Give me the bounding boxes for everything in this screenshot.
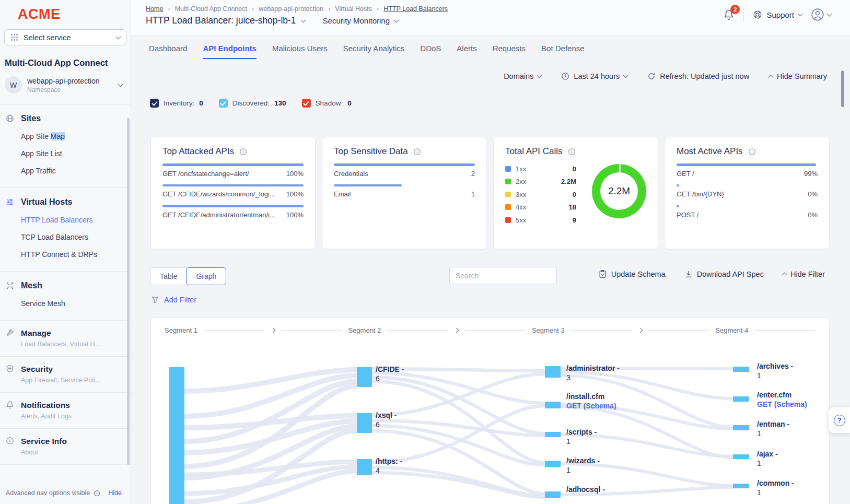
node-label-enter-cfm[interactable]: /enter.cfmGET (Schema)	[757, 391, 807, 409]
sidebar-item-http-load-balancers[interactable]: HTTP Load Balancers	[21, 216, 131, 224]
tab-security-analytics[interactable]: Security Analytics	[343, 44, 405, 59]
node-label-adhocsql[interactable]: /adhocsql -	[566, 485, 605, 495]
legend-row[interactable]: 2xx2.2M	[505, 178, 576, 185]
user-menu[interactable]	[811, 8, 831, 21]
download-api-spec-button[interactable]: Download API Spec	[684, 270, 764, 278]
breadcrumb-http-load-balancers[interactable]: HTTP Load Balancers	[383, 5, 448, 13]
inventory-checkbox[interactable]	[150, 99, 159, 108]
node-label-entman[interactable]: /entman -1	[757, 420, 789, 438]
notifications-button[interactable]: 2	[723, 9, 735, 20]
hide-filter-button[interactable]: Hide Filter	[783, 270, 825, 278]
update-schema-button[interactable]: Update Schema	[598, 269, 666, 278]
breadcrumb-virtual-hosts[interactable]: Virtual Hosts	[335, 5, 372, 13]
status-code-legend: 1xx0 2xx2.2M 3xx0 4xx18 5xx9	[505, 160, 576, 224]
list-item[interactable]: GET /bin/{DYN}0%	[677, 190, 818, 198]
sankey-diagram[interactable]	[151, 318, 830, 504]
sidebar-item-app-site-list[interactable]: App Site List	[21, 149, 131, 158]
breadcrumb-home[interactable]: Home	[146, 5, 163, 13]
filter-shadow[interactable]: Shadow:0	[302, 99, 352, 108]
sidebar-item-http-connect-drps[interactable]: HTTP Connect & DRPs	[21, 250, 131, 259]
node-label-wizards[interactable]: /wizards -1	[566, 456, 600, 475]
node-label-install-cfm[interactable]: /install.cfmGET (Schema)	[566, 392, 616, 411]
support-menu[interactable]: Support	[753, 10, 802, 19]
sidebar-item-security[interactable]: SecurityApp Firewall, Service Poli...	[6, 365, 131, 384]
api-path: GET /CFIDE/administrator/entman/i...	[162, 211, 275, 219]
breadcrumb-namespace[interactable]: webapp-api-protection	[259, 5, 323, 13]
table-view-button[interactable]: Table	[150, 268, 187, 285]
select-service-dropdown[interactable]: Select service	[4, 29, 126, 45]
acme-logo: ACME	[18, 6, 131, 22]
namespace-type-label: Namespace	[27, 86, 100, 93]
node-scripts	[545, 432, 561, 437]
monitoring-mode-dropdown[interactable]: Security Monitoring	[323, 16, 398, 25]
tab-api-endpoints[interactable]: API Endpoints	[203, 44, 257, 59]
legend-row[interactable]: 5xx9	[505, 216, 576, 224]
node-label-xsql[interactable]: /xsql -6	[376, 411, 397, 429]
node-label-cfide[interactable]: /CFIDE -6	[376, 365, 404, 383]
get-schema-link[interactable]: GET (Schema)	[757, 400, 807, 409]
filter-discovered[interactable]: Discovered:130	[219, 99, 286, 108]
tab-alerts[interactable]: Alerts	[457, 44, 476, 59]
node-label-administrator[interactable]: /administrator -3	[566, 364, 620, 382]
tab-malicious-users[interactable]: Malicious Users	[272, 44, 328, 59]
refresh-button[interactable]: Refresh: Updated just now	[647, 72, 749, 80]
add-filter-button[interactable]: Add Filter	[151, 296, 196, 304]
node-label-ajax[interactable]: /ajax -1	[757, 450, 778, 468]
sidebar-item-service-mesh[interactable]: Service Mesh	[21, 299, 131, 308]
info-icon[interactable]	[568, 148, 576, 156]
tab-ddos[interactable]: DDoS	[420, 44, 441, 59]
sidebar-item-service-info[interactable]: Service InfoAbout	[6, 437, 131, 456]
legend-row[interactable]: 3xx0	[505, 191, 576, 198]
tab-bot-defense[interactable]: Bot Defense	[541, 44, 585, 59]
info-icon[interactable]	[748, 148, 756, 156]
active-bar	[677, 184, 679, 187]
node-label-archives[interactable]: /archives -1	[757, 362, 793, 380]
legend-row[interactable]: 4xx18	[505, 203, 576, 211]
sidebar-item-notifications[interactable]: NotificationsAlerts, Audit Logs	[6, 401, 131, 420]
get-schema-link[interactable]: GET (Schema)	[566, 402, 616, 411]
search-input[interactable]	[449, 267, 557, 284]
list-item[interactable]: GET /CFIDE/administrator/entman/i...100%	[162, 211, 304, 219]
info-icon[interactable]	[413, 148, 421, 156]
list-item[interactable]: GET /oncfstatechange=alert/100%	[162, 170, 304, 178]
page-title-dropdown[interactable]: HTTP Load Balancer: juice-shop-lb-1	[146, 15, 305, 26]
filter-inventory[interactable]: Inventory:0	[150, 99, 203, 108]
legend-row[interactable]: 1xx0	[505, 165, 576, 173]
hide-summary-button[interactable]: Hide Summary	[769, 72, 827, 80]
info-icon	[94, 490, 100, 497]
tab-dashboard[interactable]: Dashboard	[149, 44, 187, 59]
node-label-scripts[interactable]: /scripts -1	[566, 428, 597, 446]
hide-filter-label: Hide Filter	[790, 270, 825, 278]
chevron-down-icon	[798, 11, 803, 17]
api-path: GET /oncfstatechange=alert/	[162, 170, 249, 178]
node-label-https[interactable]: /https: -4	[376, 457, 402, 475]
node-label-common[interactable]: /common -1	[757, 479, 794, 497]
shadow-checkbox[interactable]	[302, 99, 311, 108]
domains-dropdown[interactable]: Domains	[504, 72, 541, 80]
list-item[interactable]: GET /CFIDE/wizards/common/_logi...100%	[162, 190, 304, 198]
sidebar-item-manage[interactable]: ManageLoad Balancers, Virtual H...	[6, 329, 131, 348]
shadow-label: Shadow:	[316, 99, 343, 107]
api-calls-donut-chart[interactable]: 2.2M	[592, 164, 646, 218]
breadcrumb-app-connect[interactable]: Multi-Cloud App Connect	[175, 5, 247, 13]
hide-nav-link[interactable]: Hide	[108, 489, 122, 497]
page-scrollbar[interactable]	[841, 71, 844, 107]
breadcrumb-separator: ›	[328, 5, 330, 13]
list-item[interactable]: Email1	[334, 190, 475, 198]
divider	[0, 187, 131, 188]
list-item[interactable]: Credentials2	[334, 170, 475, 178]
user-avatar-icon	[811, 8, 824, 21]
time-range-dropdown[interactable]: Last 24 hours	[561, 72, 627, 80]
list-item[interactable]: POST /0%	[677, 211, 818, 219]
list-item[interactable]: GET /99%	[677, 170, 818, 178]
sidebar-item-app-traffic[interactable]: App Traffic	[21, 167, 131, 175]
sidebar-item-app-site-map[interactable]: App Site Map	[21, 132, 131, 140]
namespace-selector[interactable]: W webapp-api-protection Namespace	[5, 76, 126, 93]
sidebar-scrollbar[interactable]	[127, 118, 130, 465]
help-button[interactable]: ?	[829, 407, 850, 433]
graph-view-button[interactable]: Graph	[186, 267, 226, 285]
tab-requests[interactable]: Requests	[493, 44, 526, 59]
info-icon[interactable]	[239, 148, 247, 156]
sidebar-item-tcp-load-balancers[interactable]: TCP Load Balancers	[21, 233, 131, 241]
discovered-checkbox[interactable]	[219, 99, 228, 108]
